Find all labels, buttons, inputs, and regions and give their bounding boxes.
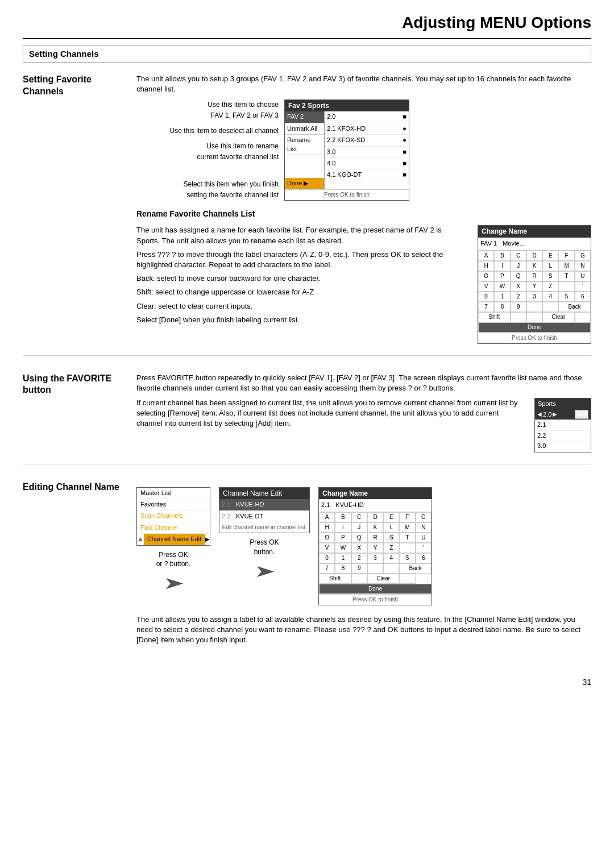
key2-A[interactable]: A (319, 512, 335, 522)
key-D[interactable]: D (526, 251, 542, 261)
ml-item-favorites[interactable]: Favorites (137, 499, 210, 510)
key-2[interactable]: 2 (511, 292, 526, 302)
ml-item-scan[interactable]: Scan Channels (137, 510, 210, 522)
key-A[interactable]: A (478, 251, 494, 261)
key-T[interactable]: T (558, 271, 574, 281)
change-name-panel: Change Name FAV 1 Movie... ABCDEFG HIJKL… (478, 225, 591, 343)
key2-S[interactable]: S (383, 533, 399, 543)
key-done[interactable]: Done (478, 322, 591, 333)
key2-J[interactable]: J (351, 522, 367, 533)
key2-apos[interactable]: ' (416, 543, 432, 553)
key2-G[interactable]: G (416, 512, 432, 522)
key-J[interactable]: J (511, 261, 526, 271)
callout-text: Use this item to choose FAV 1, FAV 2 or … (136, 99, 279, 201)
key2-1[interactable]: 1 (335, 553, 351, 563)
key-G[interactable]: G (575, 251, 591, 261)
key2-H[interactable]: H (319, 522, 335, 533)
ml-item-cne[interactable]: Channel Name Edit (144, 534, 205, 545)
key-I[interactable]: I (494, 261, 510, 271)
key2-W[interactable]: W (335, 543, 351, 553)
key2-X[interactable]: X (351, 543, 367, 553)
key2-shift[interactable]: Shift (319, 574, 351, 584)
key-O[interactable]: O (478, 271, 494, 281)
key-back[interactable]: Back (558, 302, 591, 312)
key-Z[interactable]: Z (542, 281, 558, 292)
key2-R[interactable]: R (367, 533, 383, 543)
key2-M[interactable]: M (399, 522, 415, 533)
cne-row-21[interactable]: 2.1KVUE-HD (219, 499, 309, 510)
key2-D[interactable]: D (367, 512, 383, 522)
key-0[interactable]: 0 (478, 292, 494, 302)
key-5[interactable]: 5 (558, 292, 574, 302)
press-ok-1: Press OK or ? button. (156, 550, 191, 570)
key-7[interactable]: 7 (478, 302, 494, 312)
fav-left-item-unmark[interactable]: Unmark All (285, 123, 324, 135)
key2-P[interactable]: P (335, 533, 351, 543)
sports-row-20[interactable]: ◀ 2.0 ▶ Add (535, 409, 591, 420)
key2-3[interactable]: 3 (367, 553, 383, 563)
change-name-grid-2: ABCDEFG HIJKLMN OPQRSTU VWXYZ' 0123456 7… (319, 512, 432, 595)
key2-0[interactable]: 0 (319, 553, 335, 563)
key-Q[interactable]: Q (511, 271, 526, 281)
key-9[interactable]: 9 (511, 302, 526, 312)
key-apostrophe[interactable]: ' (575, 281, 591, 292)
key2-2[interactable]: 2 (351, 553, 367, 563)
key-4[interactable]: 4 (542, 292, 558, 302)
key2-8[interactable]: 8 (335, 563, 351, 574)
key2-Z[interactable]: Z (383, 543, 399, 553)
fav-left-item-rename[interactable]: Rename List (285, 135, 324, 155)
key2-clear[interactable]: Clear (367, 574, 400, 584)
key-X[interactable]: X (511, 281, 526, 292)
key2-5[interactable]: 5 (399, 553, 415, 563)
key2-back[interactable]: Back (399, 563, 432, 574)
key2-done[interactable]: Done (319, 584, 432, 594)
cne-row-22[interactable]: 2.2KVUE-DT (219, 511, 309, 522)
key-K[interactable]: K (526, 261, 542, 271)
key-L[interactable]: L (542, 261, 558, 271)
key-S[interactable]: S (542, 271, 558, 281)
key2-F[interactable]: F (399, 512, 415, 522)
key-C[interactable]: C (511, 251, 526, 261)
key2-N[interactable]: N (416, 522, 432, 533)
key2-Q[interactable]: Q (351, 533, 367, 543)
key2-L[interactable]: L (383, 522, 399, 533)
key-R[interactable]: R (526, 271, 542, 281)
key-8[interactable]: 8 (494, 302, 510, 312)
key2-B[interactable]: B (335, 512, 351, 522)
ml-item-find[interactable]: Find Channel (137, 522, 210, 534)
ml-item-master[interactable]: Master List (137, 488, 210, 499)
key-shift[interactable]: Shift (478, 312, 511, 322)
key2-V[interactable]: V (319, 543, 335, 553)
key-U[interactable]: U (575, 271, 591, 281)
key2-9[interactable]: 9 (351, 563, 367, 574)
key-V[interactable]: V (478, 281, 494, 292)
key-3[interactable]: 3 (526, 292, 542, 302)
callout-container: Use this item to choose FAV 1, FAV 2 or … (136, 99, 279, 202)
key2-6[interactable]: 6 (416, 553, 432, 563)
key-B[interactable]: B (494, 251, 510, 261)
key-P[interactable]: P (494, 271, 510, 281)
key2-Y[interactable]: Y (367, 543, 383, 553)
fav-left-item-fav2[interactable]: FAV 2 (285, 111, 324, 123)
key-F[interactable]: F (558, 251, 574, 261)
key2-7[interactable]: 7 (319, 563, 335, 574)
key-clear[interactable]: Clear (542, 312, 575, 322)
fav-left-item-done[interactable]: Done ▶ (285, 178, 324, 189)
key2-T[interactable]: T (399, 533, 415, 543)
key2-U[interactable]: U (416, 533, 432, 543)
key-1[interactable]: 1 (494, 292, 510, 302)
key-N[interactable]: N (575, 261, 591, 271)
key-H[interactable]: H (478, 261, 494, 271)
key-M[interactable]: M (558, 261, 574, 271)
fav-right-item-40: 4.0■ (325, 158, 409, 169)
key2-O[interactable]: O (319, 533, 335, 543)
key2-K[interactable]: K (367, 522, 383, 533)
key2-4[interactable]: 4 (383, 553, 399, 563)
key-Y[interactable]: Y (526, 281, 542, 292)
key2-E[interactable]: E (383, 512, 399, 522)
key-6[interactable]: 6 (575, 292, 591, 302)
key-W[interactable]: W (494, 281, 510, 292)
key-E[interactable]: E (542, 251, 558, 261)
key2-C[interactable]: C (351, 512, 367, 522)
key2-I[interactable]: I (335, 522, 351, 533)
